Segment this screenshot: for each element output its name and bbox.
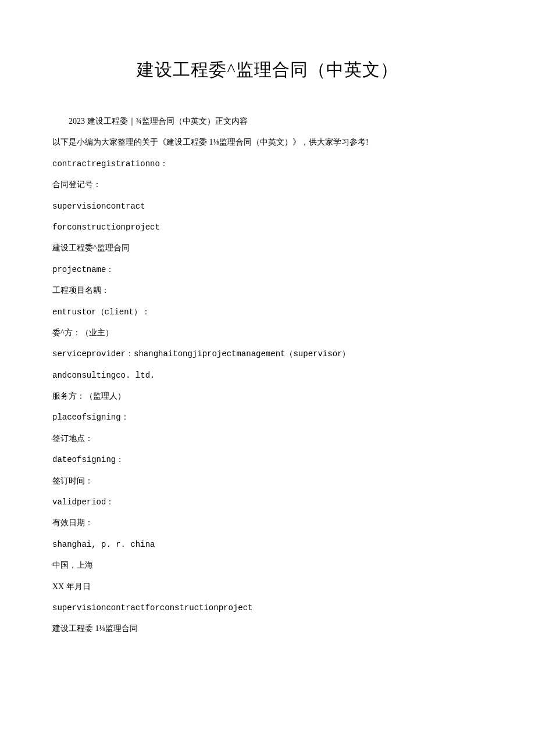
body-line-16: 签订时间：: [52, 471, 483, 492]
body-line-22: supervisioncontractforconstructionprojec…: [52, 597, 483, 618]
body-line-11: andconsultingco. ltd.: [52, 365, 483, 386]
body-line-17: validperiod：: [52, 492, 483, 513]
body-line-12: 服务方：（监理人）: [52, 386, 483, 407]
body-line-7: 工程项目名耦：: [52, 280, 483, 301]
body-line-15: dateofsigning：: [52, 449, 483, 470]
body-line-19: shanghai, p. r. china: [52, 534, 483, 555]
body-line-10: serviceprovider：shanghaitongjiprojectman…: [52, 343, 483, 364]
body-line-18: 有效日期：: [52, 513, 483, 533]
body-line-13: placeofsigning：: [52, 407, 483, 428]
body-line-23: 建设工程委 1⅛监理合同: [52, 618, 483, 639]
body-line-20: 中国，上海: [52, 555, 483, 576]
body-line-6: projectname：: [52, 259, 483, 280]
body-line-8: entrustor（client）：: [52, 302, 483, 323]
body-line-0: 以下是小编为大家整理的关于《建设工程委 1⅛监理合同（中英文）》，供大家学习参考…: [52, 132, 483, 153]
body-line-2: 合同登记号：: [52, 174, 483, 195]
body-line-4: forconstructionproject: [52, 217, 483, 238]
document-title: 建设工程委^监理合同（中英文）: [52, 58, 483, 82]
intro-paragraph: 2023 建设工程委｜¾监理合同（中英文）正文内容: [52, 111, 483, 132]
body-line-1: contractregistrationno：: [52, 153, 483, 174]
body-line-3: supervisioncontract: [52, 196, 483, 217]
body-line-9: 委^方：（业主）: [52, 323, 483, 343]
body-line-14: 签订地点：: [52, 428, 483, 449]
body-line-21: XX 年月日: [52, 576, 483, 597]
body-line-5: 建设工程委^监理合同: [52, 238, 483, 259]
